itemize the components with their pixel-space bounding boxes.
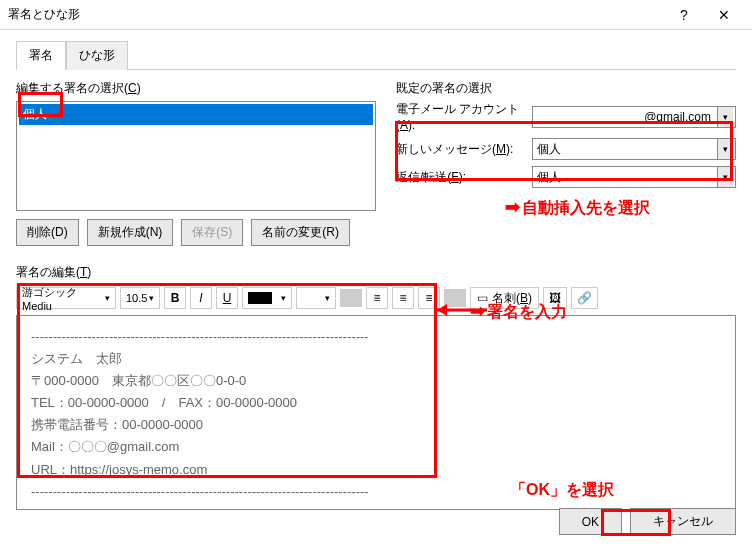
bold-button[interactable]: B <box>164 287 186 309</box>
list-item[interactable]: 個人 <box>19 104 373 125</box>
divider <box>340 289 362 307</box>
reply-forward-dropdown[interactable]: 個人 ▾ <box>532 166 736 188</box>
image-button[interactable]: 🖼 <box>543 287 567 309</box>
chevron-down-icon: ▾ <box>717 107 733 127</box>
ok-button[interactable]: OK <box>559 508 622 535</box>
editor-line: システム 太郎 <box>31 348 721 370</box>
editor-line: ----------------------------------------… <box>31 481 721 503</box>
editor-line: Mail：〇〇〇@gmail.com <box>31 436 721 458</box>
italic-button[interactable]: I <box>190 287 212 309</box>
editor-line: URL：https://josys-memo.com <box>31 459 721 481</box>
new-button[interactable]: 新規作成(N) <box>87 219 174 246</box>
image-icon: 🖼 <box>549 291 561 305</box>
chevron-down-icon: ▾ <box>717 139 733 159</box>
align-center-button[interactable]: ≡ <box>392 287 414 309</box>
link-button[interactable]: 🔗 <box>571 287 598 309</box>
edit-signature-label: 署名の編集(T) <box>16 264 736 281</box>
divider <box>444 289 466 307</box>
business-card-button[interactable]: ▭ 名刺(B) <box>470 287 539 309</box>
default-signature-label: 既定の署名の選択 <box>396 80 736 97</box>
rename-button[interactable]: 名前の変更(R) <box>251 219 350 246</box>
tab-template[interactable]: ひな形 <box>66 41 128 70</box>
window-title: 署名とひな形 <box>8 6 664 23</box>
editor-line: 〒000-0000 東京都〇〇区〇〇0-0-0 <box>31 370 721 392</box>
cancel-button[interactable]: キャンセル <box>630 508 736 535</box>
tab-signature[interactable]: 署名 <box>16 41 66 70</box>
new-message-dropdown[interactable]: 個人 ▾ <box>532 138 736 160</box>
close-button[interactable]: ✕ <box>704 0 744 30</box>
email-account-value: @gmail.com <box>537 110 731 124</box>
signature-listbox[interactable]: 個人 <box>16 101 376 211</box>
signature-editor[interactable]: ----------------------------------------… <box>16 315 736 510</box>
editor-line: 携帯電話番号：00-0000-0000 <box>31 414 721 436</box>
email-account-dropdown[interactable]: @gmail.com ▾ <box>532 106 736 128</box>
select-signature-label: 編集する署名の選択(C) <box>16 80 376 97</box>
help-button[interactable]: ? <box>664 0 704 30</box>
new-message-value: 個人 <box>537 141 561 158</box>
reply-forward-value: 個人 <box>537 169 561 186</box>
editor-toolbar: 游ゴシック Mediu▾ 10.5▾ B I U ▾ ▾ ≡ ≡ ≡ ▭ 名刺(… <box>16 287 736 309</box>
editor-line: TEL：00-0000-0000 / FAX：00-0000-0000 <box>31 392 721 414</box>
underline-button[interactable]: U <box>216 287 238 309</box>
new-message-label: 新しいメッセージ(M): <box>396 141 526 158</box>
align-right-button[interactable]: ≡ <box>418 287 440 309</box>
chevron-down-icon: ▾ <box>717 167 733 187</box>
card-icon: ▭ <box>477 291 488 305</box>
font-size-dropdown[interactable]: 10.5▾ <box>120 287 160 309</box>
email-account-label: 電子メール アカウント(A): <box>396 101 526 132</box>
auto-color-dropdown[interactable]: ▾ <box>296 287 336 309</box>
reply-forward-label: 返信/転送(F): <box>396 169 526 186</box>
tab-strip: 署名 ひな形 <box>16 40 736 70</box>
save-button: 保存(S) <box>181 219 243 246</box>
delete-button[interactable]: 削除(D) <box>16 219 79 246</box>
link-icon: 🔗 <box>577 291 592 305</box>
font-name-dropdown[interactable]: 游ゴシック Mediu▾ <box>16 287 116 309</box>
editor-line: ----------------------------------------… <box>31 326 721 348</box>
font-color-dropdown[interactable]: ▾ <box>242 287 292 309</box>
align-left-button[interactable]: ≡ <box>366 287 388 309</box>
titlebar: 署名とひな形 ? ✕ <box>0 0 752 30</box>
